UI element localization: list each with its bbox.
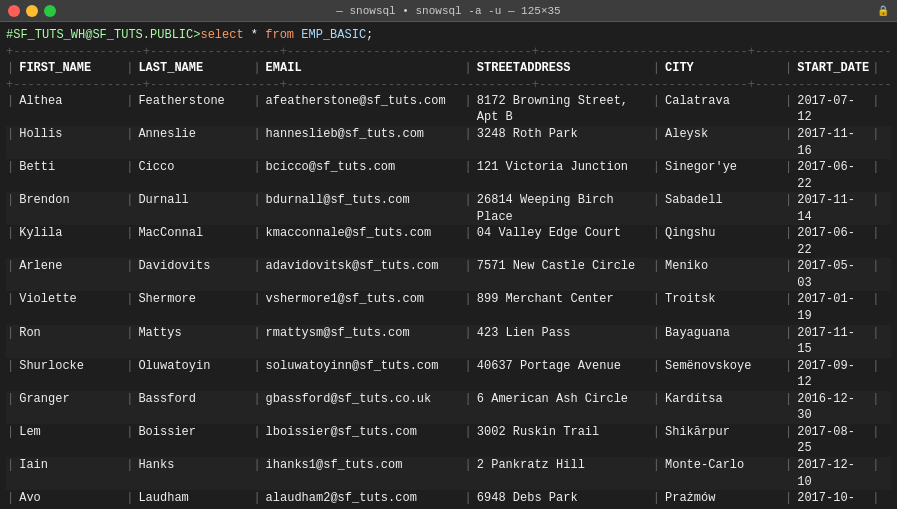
table-cell: 2 Pankratz Hill [473, 457, 652, 490]
table-cell: 6 American Ash Circle [473, 391, 652, 424]
pipe: | [652, 325, 661, 358]
pipe: | [125, 391, 134, 424]
pipe: | [784, 60, 793, 77]
table-cell: alaudham2@sf_tuts.com [262, 490, 464, 509]
pipe: | [6, 93, 15, 126]
pipe: | [652, 93, 661, 126]
table-cell: Davidovits [134, 258, 252, 291]
col-header-street: STREETADDRESS [473, 60, 652, 77]
pipe: | [784, 126, 793, 159]
table-cell: Monte-Carlo [661, 457, 784, 490]
table-cell: Mattys [134, 325, 252, 358]
pipe: | [125, 325, 134, 358]
pipe: | [784, 159, 793, 192]
table-cell: 2017-10-18 [793, 490, 871, 509]
table-row: | Granger| Bassford| gbassford@sf_tuts.c… [6, 391, 891, 424]
table-cell: adavidovitsk@sf_tuts.com [262, 258, 464, 291]
table-cell: 899 Merchant Center [473, 291, 652, 324]
pipe: | [871, 490, 880, 509]
results-table: +------------------+------------------+-… [6, 44, 891, 509]
table-cell: Boissier [134, 424, 252, 457]
minimize-button[interactable] [26, 5, 38, 17]
col-header-city: CITY [661, 60, 784, 77]
pipe: | [6, 358, 15, 391]
table-row: | Arlene| Davidovits| adavidovitsk@sf_tu… [6, 258, 891, 291]
table-cell: MacConnal [134, 225, 252, 258]
pipe: | [6, 159, 15, 192]
pipe: | [652, 159, 661, 192]
pipe: | [871, 159, 880, 192]
table-cell: 40637 Portage Avenue [473, 358, 652, 391]
pipe: | [784, 490, 793, 509]
pipe: | [6, 291, 15, 324]
pipe: | [784, 424, 793, 457]
table-row: | Iain| Hanks| ihanks1@sf_tuts.com| 2 Pa… [6, 457, 891, 490]
pipe: | [252, 490, 261, 509]
table-row: | Betti| Cicco| bcicco@sf_tuts.com| 121 … [6, 159, 891, 192]
close-button[interactable] [8, 5, 20, 17]
pipe: | [125, 490, 134, 509]
table-cell: Violette [15, 291, 125, 324]
table-row: | Kylila| MacConnal| kmacconnale@sf_tuts… [6, 225, 891, 258]
pipe: | [125, 258, 134, 291]
table-row: | Shurlocke| Oluwatoyin| soluwatoyinn@sf… [6, 358, 891, 391]
pipe: | [6, 225, 15, 258]
pipe: | [6, 424, 15, 457]
pipe: | [464, 325, 473, 358]
pipe: | [6, 60, 15, 77]
table-cell: Granger [15, 391, 125, 424]
table-cell: Iain [15, 457, 125, 490]
maximize-button[interactable] [44, 5, 56, 17]
pipe: | [252, 291, 261, 324]
table-cell: 8172 Browning Street, Apt B [473, 93, 652, 126]
window-title: — snowsql • snowsql -a -u — 125×35 [336, 5, 560, 17]
table-cell: rmattysm@sf_tuts.com [262, 325, 464, 358]
pipe: | [252, 258, 261, 291]
pipe: | [871, 424, 880, 457]
table-cell: 2017-09-12 [793, 358, 871, 391]
pipe: | [464, 159, 473, 192]
table-cell: Brendon [15, 192, 125, 225]
pipe: | [652, 457, 661, 490]
table-cell: soluwatoyinn@sf_tuts.com [262, 358, 464, 391]
pipe: | [6, 457, 15, 490]
pipe: | [784, 192, 793, 225]
pipe: | [871, 291, 880, 324]
pipe: | [125, 358, 134, 391]
table-header-row: | FIRST_NAME | LAST_NAME | EMAIL | STREE… [6, 60, 891, 77]
table-cell: Betti [15, 159, 125, 192]
pipe: | [784, 225, 793, 258]
pipe: | [784, 291, 793, 324]
pipe: | [252, 192, 261, 225]
table-cell: 2017-05-03 [793, 258, 871, 291]
table-cell: Oluwatoyin [134, 358, 252, 391]
table-cell: Meniko [661, 258, 784, 291]
col-header-email: EMAIL [262, 60, 464, 77]
pipe: | [252, 424, 261, 457]
table-cell: 2017-11-14 [793, 192, 871, 225]
table-cell: Featherstone [134, 93, 252, 126]
pipe: | [464, 358, 473, 391]
table-cell: Semënovskoye [661, 358, 784, 391]
pipe: | [125, 126, 134, 159]
pipe: | [871, 457, 880, 490]
table-cell: 2017-01-19 [793, 291, 871, 324]
pipe: | [871, 391, 880, 424]
pipe: | [6, 490, 15, 509]
pipe: | [871, 60, 880, 77]
table-cell: 04 Valley Edge Court [473, 225, 652, 258]
table-cell: afeatherstone@sf_tuts.com [262, 93, 464, 126]
pipe: | [125, 457, 134, 490]
window-controls[interactable] [8, 5, 56, 17]
table-row: | Lem| Boissier| lboissier@sf_tuts.com| … [6, 424, 891, 457]
table-cell: bcicco@sf_tuts.com [262, 159, 464, 192]
table-cell: 6948 Debs Park [473, 490, 652, 509]
command-line: #SF_TUTS_WH@SF_TUTS.PUBLIC>select * from… [6, 26, 891, 44]
pipe: | [652, 291, 661, 324]
table-cell: Sinegor'ye [661, 159, 784, 192]
table-cell: Troitsk [661, 291, 784, 324]
table-row: | Althea| Featherstone| afeatherstone@sf… [6, 93, 891, 126]
table-cell: Shermore [134, 291, 252, 324]
table-row: | Violette| Shermore| vshermore1@sf_tuts… [6, 291, 891, 324]
table-row: | Brendon| Durnall| bdurnall@sf_tuts.com… [6, 192, 891, 225]
